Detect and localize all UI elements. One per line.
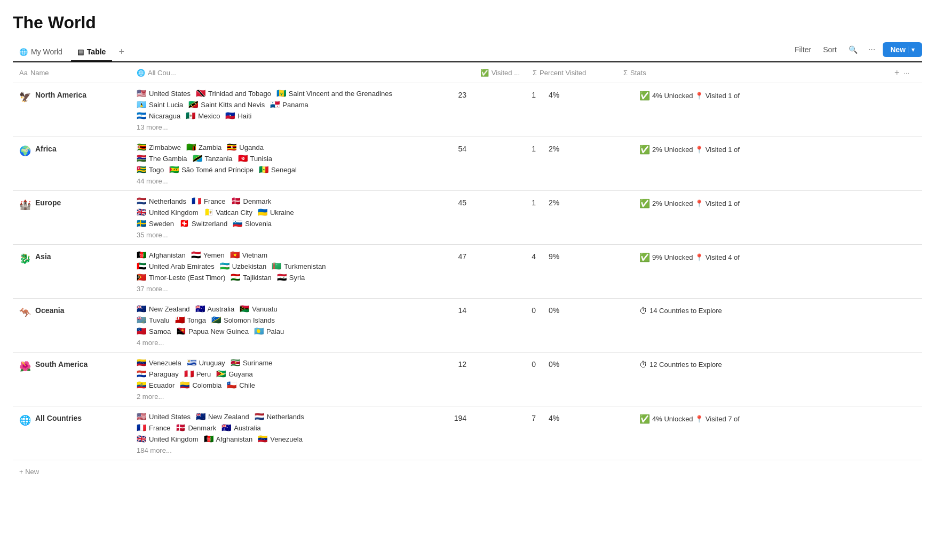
more-countries-link[interactable]: 184 more... <box>137 445 413 454</box>
sort-button[interactable]: Sort <box>820 43 840 56</box>
country-item[interactable]: 🇻🇪Venezuela <box>258 434 303 444</box>
country-item[interactable]: 🇨🇭Switzerland <box>179 219 227 228</box>
country-item[interactable]: 🇻🇺Vanuatu <box>240 304 277 314</box>
country-name: Vietnam <box>242 251 267 259</box>
country-item[interactable]: 🇱🇨Saint Lucia <box>137 100 183 109</box>
country-item[interactable]: 🇹🇴Tonga <box>175 315 206 325</box>
country-item[interactable]: 🇿🇼Zimbabwe <box>137 142 181 152</box>
table-row[interactable]: 🦅North America🇺🇸United States🇹🇹Trinidad … <box>13 83 922 137</box>
country-item[interactable]: 🇺🇬Uganda <box>227 142 264 152</box>
country-item[interactable]: 🇻🇳Vietnam <box>230 250 267 260</box>
filter-button[interactable]: Filter <box>791 43 814 56</box>
country-item[interactable]: 🇹🇹Trinidad and Tobago <box>196 89 271 98</box>
tab-table[interactable]: ▤ Table <box>71 43 113 61</box>
country-item[interactable]: 🇦🇺Australia <box>221 423 261 433</box>
country-item[interactable]: 🇵🇪Peru <box>184 369 211 379</box>
search-button[interactable]: 🔍 <box>845 43 861 56</box>
country-item[interactable]: 🇹🇿Tanzania <box>193 154 233 163</box>
more-countries-link[interactable]: 35 more... <box>137 230 413 239</box>
country-item[interactable]: 🇦🇫Afghanistan <box>137 250 186 260</box>
country-item[interactable]: 🇵🇾Paraguay <box>137 369 179 379</box>
add-tab-button[interactable]: + <box>114 43 129 61</box>
country-name: The Gambia <box>149 155 187 163</box>
country-item[interactable]: 🇬🇧United Kingdom <box>137 207 199 217</box>
country-name: Guyana <box>228 370 253 378</box>
col-percent-header[interactable]: Σ Percent Visited <box>526 63 617 82</box>
country-item[interactable]: 🇻🇪Venezuela <box>137 358 181 367</box>
table-row[interactable]: 🌺South America🇻🇪Venezuela🇺🇾Uruguay🇸🇷Suri… <box>13 353 922 406</box>
country-item[interactable]: 🇹🇳Tunisia <box>238 154 272 163</box>
country-item[interactable]: 🇸🇮Slovenia <box>233 219 272 228</box>
new-button[interactable]: New ▾ <box>883 42 922 57</box>
country-item[interactable]: 🇸🇪Sweden <box>137 219 174 228</box>
country-item[interactable]: 🇸🇧Solomon Islands <box>211 315 275 325</box>
col-name-header[interactable]: Aa Name <box>13 63 130 82</box>
country-item[interactable]: 🇲🇽Mexico <box>186 111 220 121</box>
country-item[interactable]: 🇸🇾Syria <box>277 273 305 282</box>
country-item[interactable]: 🇸🇳Senegal <box>259 165 297 174</box>
more-countries-link[interactable]: 37 more... <box>137 284 413 293</box>
country-item[interactable]: 🇻🇦Vatican City <box>204 207 252 217</box>
country-item[interactable]: 🇰🇳Saint Kitts and Nevis <box>188 100 265 109</box>
table-row[interactable]: 🐉Asia🇦🇫Afghanistan🇾🇪Yemen🇻🇳Vietnam🇦🇪Unit… <box>13 245 922 299</box>
country-item[interactable]: 🇹🇻Tuvalu <box>137 315 170 325</box>
country-item[interactable]: 🇦🇪United Arab Emirates <box>137 261 215 271</box>
flag-icon: 🇸🇮 <box>233 219 243 228</box>
country-item[interactable]: 🇻🇨Saint Vincent and the Grenadines <box>276 89 392 98</box>
country-item[interactable]: 🇸🇷Suriname <box>231 358 273 367</box>
country-item[interactable]: 🇩🇰Denmark <box>176 423 216 433</box>
country-item[interactable]: 🇨🇴Colombia <box>180 380 221 390</box>
country-item[interactable]: 🇺🇸United States <box>137 89 191 98</box>
more-countries-link[interactable]: 4 more... <box>137 338 413 347</box>
country-item[interactable]: 🇭🇹Haiti <box>225 111 251 121</box>
country-item[interactable]: 🇳🇮Nicaragua <box>137 111 180 121</box>
more-countries-link[interactable]: 2 more... <box>137 391 413 401</box>
col-visited-header[interactable]: ✅ Visited ... <box>457 63 526 82</box>
country-item[interactable]: 🇦🇺Australia <box>195 304 235 314</box>
more-options-button[interactable]: ··· <box>866 44 877 55</box>
country-item[interactable]: 🇫🇷France <box>192 196 225 206</box>
country-item[interactable]: 🇳🇿New Zealand <box>137 304 190 314</box>
country-item[interactable]: 🇺🇿Uzbekistan <box>220 261 266 271</box>
more-countries-link[interactable]: 13 more... <box>137 122 413 131</box>
col-countries-header[interactable]: 🌐 All Cou... <box>130 63 403 82</box>
country-item[interactable]: 🇦🇫Afghanistan <box>204 434 253 444</box>
tab-my-world[interactable]: 🌐 My World <box>13 43 69 61</box>
country-item[interactable]: 🇳🇱Netherlands <box>255 412 304 421</box>
table-row[interactable]: 🦘Oceania🇳🇿New Zealand🇦🇺Australia🇻🇺Vanuat… <box>13 299 922 353</box>
country-item[interactable]: 🇩🇰Denmark <box>231 196 272 206</box>
country-item[interactable]: 🇵🇼Palau <box>254 326 284 336</box>
table-row[interactable]: 🌐All Countries🇺🇸United States🇳🇿New Zeala… <box>13 406 922 460</box>
add-col-icon[interactable]: + <box>894 68 899 77</box>
country-item[interactable]: 🇬🇾Guyana <box>216 369 253 379</box>
country-item[interactable]: 🇳🇿New Zealand <box>196 412 249 421</box>
country-item[interactable]: 🇸🇹São Tomé and Príncipe <box>169 165 253 174</box>
country-item[interactable]: 🇿🇲Zambia <box>186 142 221 152</box>
col-more-icon[interactable]: ··· <box>904 69 909 77</box>
country-item[interactable]: 🇾🇪Yemen <box>191 250 225 260</box>
country-item[interactable]: 🇺🇸United States <box>137 412 191 421</box>
country-item[interactable]: 🇺🇾Uruguay <box>187 358 225 367</box>
country-item[interactable]: 🇫🇷France <box>137 423 170 433</box>
country-item[interactable]: 🇹🇱Timor-Leste (East Timor) <box>137 273 225 282</box>
country-item[interactable]: 🇳🇱Netherlands <box>137 196 186 206</box>
country-item[interactable]: 🇹🇬Togo <box>137 165 164 174</box>
col-actions-header[interactable]: + ··· <box>890 62 922 83</box>
country-item[interactable]: 🇪🇨Ecuador <box>137 380 175 390</box>
more-countries-link[interactable]: 44 more... <box>137 176 413 185</box>
country-item[interactable]: 🇺🇦Ukraine <box>258 207 294 217</box>
country-item[interactable]: 🇬🇲The Gambia <box>137 154 187 163</box>
country-item[interactable]: 🇨🇱Chile <box>227 380 255 390</box>
table-row[interactable]: 🏰Europe🇳🇱Netherlands🇫🇷France🇩🇰Denmark🇬🇧U… <box>13 191 922 245</box>
country-name: Vatican City <box>216 209 252 217</box>
country-item[interactable]: 🇹🇯Tajikistan <box>231 273 271 282</box>
country-item[interactable]: 🇼🇸Samoa <box>137 326 171 336</box>
table-row[interactable]: 🌍Africa🇿🇼Zimbabwe🇿🇲Zambia🇺🇬Uganda🇬🇲The G… <box>13 137 922 191</box>
col-stats-header[interactable]: Σ Stats <box>617 63 890 82</box>
col-count-header[interactable] <box>403 67 457 78</box>
country-item[interactable]: 🇹🇲Turkmenistan <box>272 261 326 271</box>
country-item[interactable]: 🇵🇦Panama <box>270 100 308 109</box>
country-item[interactable]: 🇵🇬Papua New Guinea <box>176 326 249 336</box>
add-row-button[interactable]: + New <box>13 460 922 483</box>
country-item[interactable]: 🇬🇧United Kingdom <box>137 434 199 444</box>
